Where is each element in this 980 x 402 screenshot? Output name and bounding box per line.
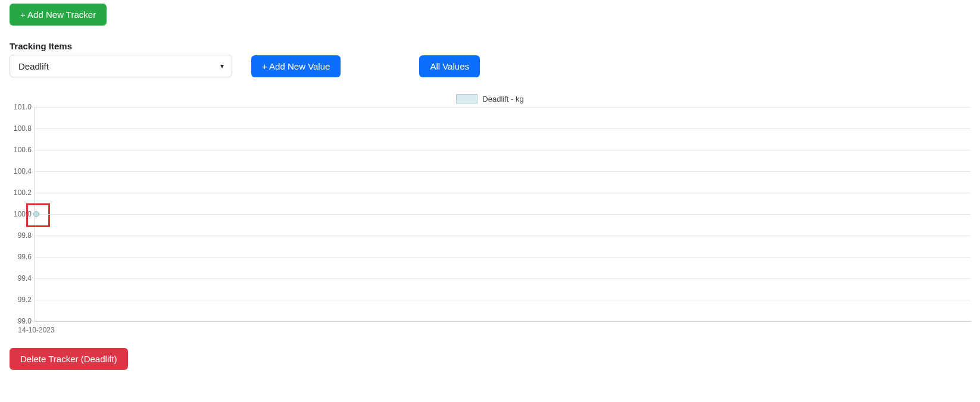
y-tick-label: 100.0 [10, 210, 32, 218]
delete-tracker-row: Delete Tracker (Deadlift) [10, 348, 970, 370]
y-tick-label: 100.4 [10, 167, 32, 175]
add-new-tracker-button[interactable]: + Add New Tracker [10, 4, 107, 26]
delete-tracker-button[interactable]: Delete Tracker (Deadlift) [10, 348, 128, 370]
y-tick-label: 99.4 [10, 274, 32, 282]
gridline [35, 257, 970, 257]
y-tick-label: 100.8 [10, 124, 32, 133]
x-tick-label: 14-10-2023 [18, 326, 54, 334]
gridline [35, 278, 970, 279]
chart-legend: Deadlift - kg [10, 94, 970, 103]
data-point[interactable] [33, 211, 39, 217]
y-tick-label: 99.0 [10, 317, 32, 325]
all-values-button[interactable]: All Values [419, 55, 480, 77]
y-tick-label: 100.2 [10, 189, 32, 197]
plot-area: 101.0100.8100.6100.4100.2100.099.899.699… [35, 107, 970, 322]
gridline [35, 150, 970, 150]
legend-label: Deadlift - kg [482, 95, 523, 103]
controls-row: Deadlift ▾ + Add New Value All Values [10, 55, 970, 77]
tracker-chart: Deadlift - kg 101.0100.8100.6100.4100.21… [10, 94, 970, 322]
gridline [35, 128, 970, 129]
y-tick-label: 99.2 [10, 296, 32, 304]
legend-swatch [456, 94, 477, 103]
tracking-items-label: Tracking Items [10, 41, 970, 51]
gridline [35, 300, 970, 300]
y-tick-label: 99.8 [10, 231, 32, 240]
gridline [35, 171, 970, 172]
tracker-page: + Add New Tracker Tracking Items Deadlif… [0, 0, 980, 388]
add-new-value-button[interactable]: + Add New Value [251, 55, 341, 77]
y-tick-label: 100.6 [10, 146, 32, 154]
tracking-items-select-wrap: Deadlift ▾ [10, 55, 232, 77]
gridline [35, 193, 970, 193]
y-tick-label: 101.0 [10, 103, 32, 111]
y-tick-label: 99.6 [10, 253, 32, 261]
gridline [35, 214, 970, 215]
tracking-items-select[interactable]: Deadlift [10, 55, 232, 77]
gridline [35, 235, 970, 236]
gridline [35, 107, 970, 108]
